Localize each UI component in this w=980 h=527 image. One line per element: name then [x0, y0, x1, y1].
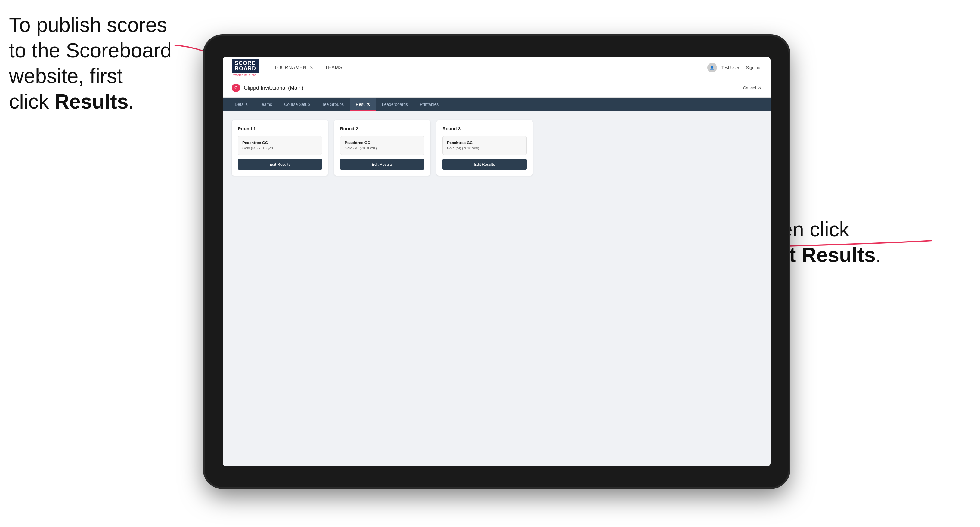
tournament-icon: C [232, 84, 240, 92]
round-1-card: Round 1 Peachtree GC Gold (M) (7010 yds)… [232, 120, 328, 176]
rounds-grid: Round 1 Peachtree GC Gold (M) (7010 yds)… [232, 120, 762, 176]
header-right: 👤 Test User | Sign out [707, 63, 762, 73]
nav-teams[interactable]: TEAMS [325, 65, 342, 70]
tab-tee-groups[interactable]: Tee Groups [316, 98, 350, 111]
tab-course-setup[interactable]: Course Setup [278, 98, 316, 111]
round-3-card: Round 3 Peachtree GC Gold (M) (7010 yds)… [436, 120, 533, 176]
round-1-course-card: Peachtree GC Gold (M) (7010 yds) [238, 136, 322, 155]
user-label: Test User | [721, 65, 741, 70]
tab-leaderboards[interactable]: Leaderboards [376, 98, 414, 111]
logo-mark: SCORE BOARD [232, 59, 259, 73]
tablet-screen: SCORE BOARD Powered by clippd TOURNAMENT… [223, 57, 770, 466]
round-2-edit-results-button[interactable]: Edit Results [340, 159, 425, 170]
tablet-frame: SCORE BOARD Powered by clippd TOURNAMENT… [205, 36, 789, 487]
left-instruction: To publish scores to the Scoreboard webs… [9, 12, 196, 114]
nav-links: TOURNAMENTS TEAMS [274, 65, 707, 70]
round-2-title: Round 2 [340, 126, 425, 131]
tab-results[interactable]: Results [350, 98, 376, 111]
tab-printables[interactable]: Printables [414, 98, 445, 111]
tournament-bar: C Clippd Invitational (Main) Cancel ✕ [223, 78, 770, 98]
app-header: SCORE BOARD Powered by clippd TOURNAMENT… [223, 57, 770, 78]
main-content: Round 1 Peachtree GC Gold (M) (7010 yds)… [223, 111, 770, 185]
tab-navigation: Details Teams Course Setup Tee Groups Re… [223, 98, 770, 111]
round-1-edit-results-button[interactable]: Edit Results [238, 159, 322, 170]
round-2-course-card: Peachtree GC Gold (M) (7010 yds) [340, 136, 425, 155]
nav-tournaments[interactable]: TOURNAMENTS [274, 65, 313, 70]
round-2-course-details: Gold (M) (7010 yds) [345, 146, 420, 151]
cancel-button[interactable]: Cancel ✕ [743, 86, 762, 90]
round-2-card: Round 2 Peachtree GC Gold (M) (7010 yds)… [334, 120, 430, 176]
sign-out-link[interactable]: Sign out [746, 65, 762, 70]
round-3-course-details: Gold (M) (7010 yds) [447, 146, 522, 151]
round-3-course-name: Peachtree GC [447, 140, 522, 145]
tab-details[interactable]: Details [229, 98, 254, 111]
tournament-title: Clippd Invitational (Main) [244, 85, 303, 91]
round-3-edit-results-button[interactable]: Edit Results [442, 159, 527, 170]
round-3-title: Round 3 [442, 126, 527, 131]
round-1-title: Round 1 [238, 126, 322, 131]
round-3-course-card: Peachtree GC Gold (M) (7010 yds) [442, 136, 527, 155]
logo-sub: Powered by clippd [232, 73, 256, 76]
logo-area: SCORE BOARD Powered by clippd [232, 59, 259, 76]
user-avatar: 👤 [707, 63, 717, 73]
round-1-course-name: Peachtree GC [242, 140, 318, 145]
tab-teams[interactable]: Teams [254, 98, 278, 111]
round-2-course-name: Peachtree GC [345, 140, 420, 145]
tournament-title-area: C Clippd Invitational (Main) [232, 84, 303, 92]
round-1-course-details: Gold (M) (7010 yds) [242, 146, 318, 151]
